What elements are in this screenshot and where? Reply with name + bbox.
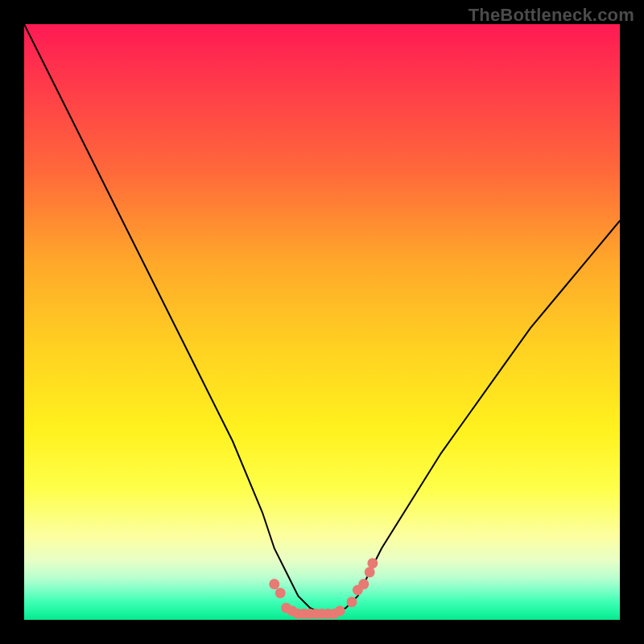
marker-dot — [367, 558, 378, 568]
marker-dot — [358, 579, 369, 589]
marker-dot — [335, 605, 345, 616]
chart-frame: TheBottleneck.com — [0, 0, 644, 644]
plot-area — [24, 24, 620, 620]
marker-dot — [269, 579, 279, 589]
marker-dot — [347, 597, 357, 607]
marker-dot — [365, 567, 375, 577]
watermark-text: TheBottleneck.com — [469, 5, 634, 26]
marker-dot — [275, 588, 286, 598]
marker-cluster — [24, 24, 620, 620]
